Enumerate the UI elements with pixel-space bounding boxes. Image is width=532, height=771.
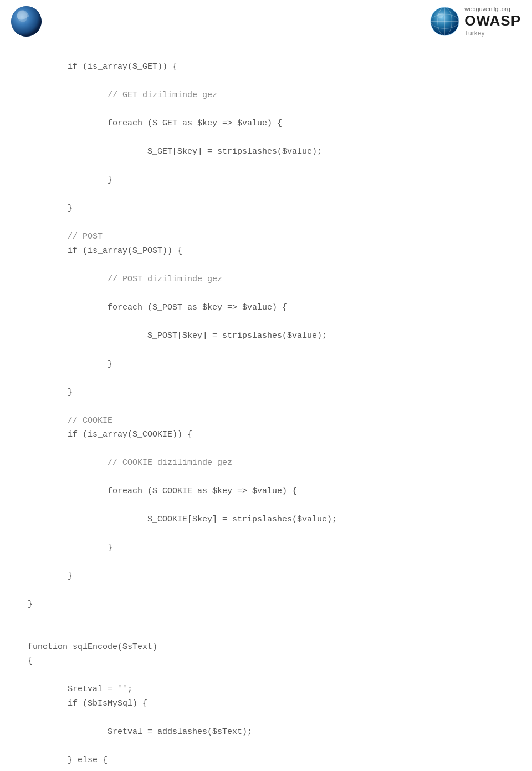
page-header: webguvenilgi.org OWASP Turkey <box>0 0 532 43</box>
code-line: } <box>28 597 504 612</box>
svg-point-0 <box>11 6 42 37</box>
code-line: foreach ($_POST as $key => $value) { <box>28 301 504 315</box>
code-line: $retval = ''; <box>28 682 504 697</box>
code-line: } <box>28 569 504 584</box>
code-line <box>28 103 504 117</box>
code-line <box>28 442 504 456</box>
code-line <box>28 584 504 598</box>
code-line: // COOKIE diziliminde gez <box>28 456 504 470</box>
owasp-globe-icon <box>429 6 460 37</box>
code-line: } <box>28 385 504 400</box>
code-line: $_POST[$key] = stripslashes($value); <box>28 329 504 343</box>
code-line: $_GET[$key] = stripslashes($value); <box>28 145 504 159</box>
code-line <box>28 668 504 683</box>
code-line: if (is_array($_GET)) { <box>28 60 504 74</box>
owasp-name-label: OWASP <box>464 12 521 29</box>
code-line: // COOKIE <box>28 414 504 428</box>
code-line: if ($bIsMySql) { <box>28 697 504 711</box>
owasp-logo: webguvenilgi.org OWASP Turkey <box>429 6 521 37</box>
code-line: // GET diziliminde gez <box>28 88 504 103</box>
code-line <box>28 315 504 329</box>
code-line: if (is_array($_POST)) { <box>28 244 504 258</box>
code-line <box>28 74 504 89</box>
code-line: $retval = addslashes($sText); <box>28 725 504 739</box>
code-line <box>28 612 504 626</box>
code-line <box>28 739 504 753</box>
code-line: } else { <box>28 753 504 768</box>
code-line: } <box>28 173 504 187</box>
code-line <box>28 258 504 272</box>
code-line: if (is_array($_COOKIE)) { <box>28 428 504 442</box>
left-logo-icon <box>11 6 42 37</box>
code-line: $_COOKIE[$key] = stripslashes($value); <box>28 513 504 527</box>
code-line <box>28 131 504 145</box>
code-line: // POST diziliminde gez <box>28 272 504 287</box>
owasp-site-label: webguvenilgi.org <box>464 6 510 12</box>
code-line <box>28 371 504 385</box>
code-line: function sqlEncode($sText) <box>28 640 504 655</box>
left-logo <box>11 6 42 37</box>
code-line <box>28 527 504 541</box>
code-line <box>28 711 504 725</box>
code-line <box>28 399 504 414</box>
code-line: foreach ($_GET as $key => $value) { <box>28 116 504 131</box>
code-line <box>28 470 504 485</box>
code-block: if (is_array($_GET)) { // GET dizilimind… <box>0 43 532 771</box>
code-line <box>28 626 504 640</box>
code-line: } <box>28 201 504 216</box>
code-line: } <box>28 357 504 372</box>
code-line <box>28 159 504 174</box>
code-line: // POST <box>28 230 504 244</box>
code-line: } <box>28 541 504 555</box>
code-line <box>28 216 504 230</box>
owasp-text: webguvenilgi.org OWASP Turkey <box>464 6 521 37</box>
code-line <box>28 767 504 771</box>
code-line <box>28 286 504 301</box>
code-line: foreach ($_COOKIE as $key => $value) { <box>28 484 504 499</box>
owasp-turkey-label: Turkey <box>464 29 484 37</box>
code-line <box>28 499 504 513</box>
code-line <box>28 555 504 570</box>
code-line <box>28 187 504 202</box>
code-line: { <box>28 654 504 668</box>
code-line <box>28 343 504 357</box>
